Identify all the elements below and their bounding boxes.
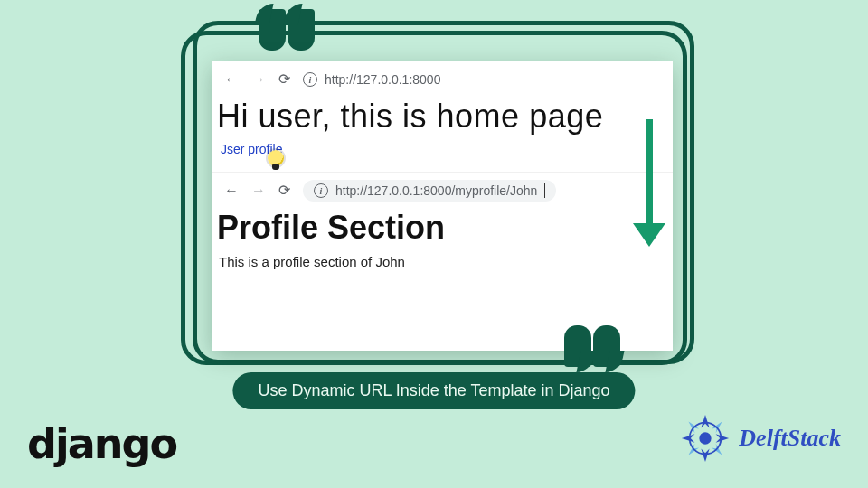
quote-open-icon [259, 9, 315, 51]
home-heading: Hi user, this is home page [217, 98, 667, 136]
address-bar-2[interactable]: i http://127.0.0.1:8000/myprofile/John [303, 180, 556, 202]
quote-close-icon [564, 325, 620, 367]
page-content-2: Profile Section This is a profile sectio… [212, 209, 673, 278]
browser-toolbar-2: ← → ⟳ i http://127.0.0.1:8000/myprofile/… [212, 173, 673, 209]
delftstack-mandala-icon [679, 412, 731, 465]
caption-pill: Use Dynamic URL Inside the Template in D… [232, 372, 635, 409]
site-info-icon[interactable]: i [303, 72, 317, 87]
django-logo: django [27, 419, 176, 468]
screenshot-card: ← → ⟳ i http://127.0.0.1:8000 Hi user, t… [212, 61, 673, 351]
url-text-1: http://127.0.0.1:8000 [325, 72, 440, 87]
delftstack-text: DelftStack [739, 425, 841, 452]
back-icon-2[interactable]: ← [224, 183, 239, 198]
site-info-icon-2[interactable]: i [314, 183, 328, 198]
profile-body: This is a profile section of John [217, 254, 667, 269]
reload-icon-2[interactable]: ⟳ [278, 183, 290, 198]
forward-icon-2[interactable]: → [251, 183, 266, 198]
lightbulb-cursor-icon [268, 150, 284, 166]
svg-point-0 [701, 433, 712, 444]
profile-heading: Profile Section [217, 209, 667, 247]
delftstack-logo: DelftStack [679, 412, 841, 465]
forward-icon[interactable]: → [251, 72, 266, 87]
browser-toolbar-1: ← → ⟳ i http://127.0.0.1:8000 [212, 61, 673, 98]
back-icon[interactable]: ← [224, 72, 239, 87]
text-cursor-icon [544, 183, 545, 198]
down-arrow-icon [633, 119, 665, 247]
reload-icon[interactable]: ⟳ [278, 72, 290, 87]
address-bar-1[interactable]: i http://127.0.0.1:8000 [303, 72, 440, 87]
url-text-2: http://127.0.0.1:8000/myprofile/John [335, 183, 537, 198]
